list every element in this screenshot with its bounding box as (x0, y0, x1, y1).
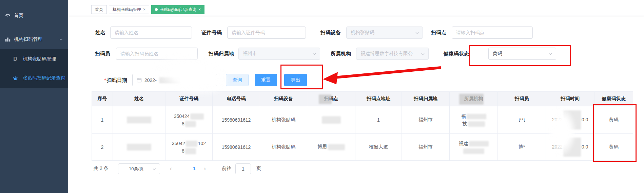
id-number-label: 证件号码 (183, 29, 222, 36)
redacted-patch (469, 141, 489, 146)
col-scan-time: 扫码时间 (546, 92, 594, 106)
redacted-patch (463, 148, 484, 154)
scan-device-value: 机构张贴码 (351, 30, 374, 36)
prev-page-button[interactable]: ‹ (170, 165, 172, 172)
next-page-button[interactable]: › (204, 165, 206, 172)
scan-region-label: 扫码归属地 (204, 50, 234, 57)
letter-d-icon: D (12, 56, 18, 62)
sidebar: 首页 机构扫码管理 D 机构张贴码管理 张贴码扫码记录查询 (0, 0, 68, 193)
active-dot-icon (155, 8, 158, 11)
page-size-value: 10条/页 (129, 166, 144, 172)
cell-organization: 福 技 (450, 106, 498, 134)
cell-region: 福州市 (402, 106, 450, 134)
cell-phone: 15980691612 (213, 106, 260, 134)
scan-device-select[interactable]: 机构张贴码 (346, 27, 423, 39)
query-button[interactable]: 查询 (226, 74, 249, 86)
chevron-down-icon (415, 31, 419, 35)
redacted-patch (186, 141, 197, 147)
tab-label: 首页 (95, 7, 103, 13)
cell-id-number: 35042102 8 (165, 134, 213, 161)
current-page[interactable]: 1 (193, 166, 196, 171)
col-point-address: 扫码点地址 (355, 92, 402, 106)
close-icon[interactable]: × (198, 7, 201, 12)
redacted-patch (467, 114, 486, 119)
redacted-patch (185, 121, 196, 127)
cell-scan-time: 20220:0 (546, 134, 594, 161)
table-row: 1 350424 8 15980691612 机构张贴码 1 福州市 福 技 (92, 106, 633, 134)
col-scan-point: 扫码点 (307, 92, 355, 106)
sidebar-item-scan-management[interactable]: 机构扫码管理 (0, 30, 68, 49)
cell-point-address: 猕猴大道 (355, 134, 402, 161)
chevron-down-icon (152, 167, 157, 172)
cell-region: 福州市 (402, 134, 450, 161)
page-unit-label: 页 (256, 165, 261, 172)
scan-date-label: *扫码日期 (94, 77, 127, 84)
redacted-patch (190, 113, 204, 120)
cell-name (113, 134, 165, 161)
col-index: 序号 (92, 92, 113, 106)
page-size-select[interactable]: 10条/页 (118, 163, 160, 174)
col-organization: 所属机构 (450, 92, 498, 106)
scan-point-label: 扫码点 (427, 29, 446, 36)
sidebar-submenu: D 机构张贴码管理 张贴码扫码记录查询 (0, 49, 68, 88)
barchart-icon (5, 36, 11, 42)
organization-value: 福建博思数字科技有限公 (360, 51, 413, 57)
health-code-status-select[interactable]: 黄码 (488, 48, 556, 60)
required-asterisk: * (104, 77, 106, 83)
chevron-down-icon (548, 52, 553, 56)
scan-region-select[interactable]: 福州市 (238, 48, 320, 60)
sidebar-item-sticker-code-management[interactable]: D 机构张贴码管理 (0, 50, 68, 69)
col-id-number: 证件号码 (165, 92, 213, 106)
tab-scan-record-query[interactable]: 张贴码扫码记录查询 × (151, 5, 204, 14)
redacted-patch (468, 121, 485, 127)
cell-scanner: 博* (498, 134, 546, 161)
cell-scan-point (307, 106, 355, 134)
cell-organization: 福建 (450, 134, 498, 161)
name-input[interactable] (110, 27, 192, 39)
redacted-patch (563, 138, 581, 157)
results-table: 序号 姓名 证件号码 电话号码 扫码设备 扫码点 扫码点地址 扫码归属地 所属机… (92, 91, 633, 161)
redacted-name (127, 144, 151, 151)
tags-view-bar: 首页 机构张贴码管理 × 张贴码扫码记录查询 × (68, 0, 644, 16)
health-code-status-label: 健康码状态 (440, 50, 469, 57)
cell-scan-time: 20220:0 (546, 106, 594, 134)
chevron-up-icon (59, 37, 63, 42)
sidebar-item-home[interactable]: 首页 (0, 6, 68, 25)
redacted-name (127, 117, 151, 123)
chevron-down-icon (312, 52, 317, 56)
col-name: 姓名 (113, 92, 165, 106)
cell-id-number: 350424 8 (165, 106, 213, 134)
id-number-input[interactable] (227, 27, 306, 39)
pagination-total: 共 2 条 (94, 165, 109, 172)
tab-home[interactable]: 首页 (91, 5, 107, 14)
calendar-icon (137, 77, 142, 83)
col-phone: 电话号码 (213, 92, 260, 106)
tab-label: 张贴码扫码记录查询 (160, 7, 196, 13)
tab-sticker-code-management[interactable]: 机构张贴码管理 × (109, 5, 149, 14)
col-device: 扫码设备 (260, 92, 307, 106)
col-scanner: 扫码员 (498, 92, 546, 106)
close-icon[interactable]: × (143, 7, 145, 12)
redacted-patch (322, 116, 341, 124)
table-header-row: 序号 姓名 证件号码 电话号码 扫码设备 扫码点 扫码点地址 扫码归属地 所属机… (92, 92, 633, 106)
goto-page-input[interactable] (235, 163, 251, 174)
sidebar-item-scan-record-query[interactable]: 张贴码扫码记录查询 (0, 69, 68, 88)
redacted-patch (459, 94, 484, 105)
goto-label: 前往 (222, 165, 231, 172)
reset-button[interactable]: 重置 (255, 74, 277, 86)
table-row: 2 35042102 8 15980691612 机构张贴码 博思 猕猴大道 福… (92, 134, 633, 161)
scanner-label: 扫码员 (92, 50, 110, 57)
scanner-input[interactable] (116, 48, 198, 60)
sidebar-item-label: 张贴码扫码记录查询 (23, 75, 65, 81)
sidebar-item-label: 首页 (14, 13, 23, 19)
organization-select[interactable]: 福建博思数字科技有限公 (356, 48, 429, 60)
cell-point-address: 1 (355, 106, 402, 134)
scan-date-input[interactable]: 2022- (132, 74, 217, 86)
col-health-status: 健康码状态 (594, 92, 633, 106)
scan-point-input[interactable] (452, 27, 533, 39)
redacted-patch (319, 94, 332, 104)
cell-scan-point: 博思 (307, 134, 355, 161)
dashboard-icon (5, 13, 11, 19)
cell-device: 机构张贴码 (260, 106, 307, 134)
export-button[interactable]: 导出 (284, 74, 307, 86)
